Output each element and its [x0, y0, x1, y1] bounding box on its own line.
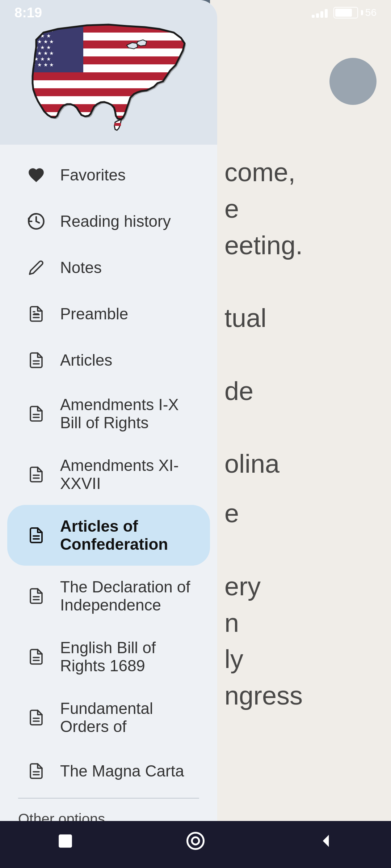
signal-bar-3: [320, 11, 323, 18]
signal-bars: [312, 8, 328, 18]
document-icon-articles: [25, 349, 47, 371]
sidebar-item-articles-confederation[interactable]: Articles of Confederation: [7, 505, 210, 566]
document-icon-preamble: [25, 303, 47, 325]
fundamental-orders-label: Fundamental Orders of: [60, 699, 192, 736]
usa-map: ★ ★ ★ ★ ★ ★ ★ ★ ★ ★ ★ ★ ★ ★ ★ ★ ★ ★ ★ ★ …: [14, 11, 203, 141]
history-icon: [25, 210, 47, 232]
sidebar-item-amendments-1-10[interactable]: Amendments I-X Bill of Rights: [7, 383, 210, 444]
heart-icon: [25, 164, 47, 186]
svg-rect-8: [14, 116, 203, 120]
back-button[interactable]: [311, 826, 340, 855]
bottom-navigation: [0, 821, 391, 868]
document-icon-declaration: [25, 585, 47, 607]
declaration-label: The Declaration of Independence: [60, 578, 192, 614]
svg-text:★ ★ ★ ★ ★: ★ ★ ★ ★ ★: [22, 33, 51, 39]
svg-text:★ ★ ★ ★ ★: ★ ★ ★ ★ ★: [22, 56, 51, 62]
preamble-label: Preamble: [60, 305, 128, 323]
document-icon-amend2: [25, 464, 47, 485]
document-icon-confederation: [25, 524, 47, 546]
battery-text: 56: [365, 7, 377, 18]
svg-rect-5: [14, 72, 203, 80]
signal-bar-1: [312, 15, 315, 18]
battery-fill: [335, 9, 352, 17]
sidebar-item-magna-carta[interactable]: The Magna Carta: [7, 748, 210, 794]
english-bill-label: English Bill of Rights 1689: [60, 639, 192, 675]
articles-label: Articles: [60, 351, 112, 369]
amendments-11-27-label: Amendments XI-XXVII: [60, 456, 192, 493]
background-content: come,eeeting.tualdeolina eerynlyngress: [210, 0, 391, 868]
svg-rect-38: [59, 834, 72, 848]
home-button[interactable]: [181, 826, 210, 855]
sidebar-item-preamble[interactable]: Preamble: [7, 291, 210, 337]
svg-marker-41: [323, 835, 329, 847]
document-icon-amend1: [25, 403, 47, 425]
svg-rect-2: [14, 25, 203, 33]
document-icon-fundamental: [25, 707, 47, 728]
sidebar-item-favorites[interactable]: Favorites: [7, 152, 210, 198]
sidebar-item-articles[interactable]: Articles: [7, 337, 210, 383]
battery-tip: [361, 10, 363, 15]
svg-point-39: [188, 833, 204, 849]
bg-text: come,eeeting.tualdeolina: [224, 154, 377, 482]
menu-divider: [18, 798, 199, 799]
sidebar-item-notes[interactable]: Notes: [7, 244, 210, 291]
svg-rect-17: [114, 123, 121, 126]
svg-rect-6: [14, 88, 203, 96]
svg-text:★ ★ ★ ★ ★ ★: ★ ★ ★ ★ ★ ★: [19, 62, 54, 68]
sidebar-item-fundamental-orders[interactable]: Fundamental Orders of: [7, 687, 210, 748]
document-icon-english-bill: [25, 646, 47, 668]
battery-icon: 56: [333, 7, 377, 18]
battery-box: [333, 7, 358, 18]
document-icon-magna-carta: [25, 760, 47, 782]
side-drawer: ★ ★ ★ ★ ★ ★ ★ ★ ★ ★ ★ ★ ★ ★ ★ ★ ★ ★ ★ ★ …: [0, 0, 217, 868]
stop-button[interactable]: [51, 826, 80, 855]
favorites-label: Favorites: [60, 166, 126, 184]
sidebar-item-english-bill[interactable]: English Bill of Rights 1689: [7, 626, 210, 687]
amendments-1-10-label: Amendments I-X Bill of Rights: [60, 396, 192, 432]
reading-history-label: Reading history: [60, 212, 171, 230]
signal-bar-4: [325, 9, 328, 18]
notes-label: Notes: [60, 259, 102, 277]
sidebar-item-reading-history[interactable]: Reading history: [7, 198, 210, 244]
bg-text-2: eerynlyngress: [224, 495, 377, 714]
menu-list: Favorites Reading history Notes: [0, 145, 217, 868]
sidebar-item-amendments-11-27[interactable]: Amendments XI-XXVII: [7, 444, 210, 505]
status-icons: 56: [312, 7, 377, 18]
pencil-icon: [25, 257, 47, 278]
status-time: 8:19: [14, 5, 42, 21]
magna-carta-label: The Magna Carta: [60, 762, 184, 780]
sidebar-item-declaration[interactable]: The Declaration of Independence: [7, 566, 210, 626]
bg-circle: [329, 58, 377, 105]
articles-confederation-label: Articles of Confederation: [60, 517, 192, 553]
status-bar: 8:19 56: [0, 0, 391, 25]
signal-bar-2: [316, 13, 319, 18]
svg-point-40: [192, 837, 199, 844]
